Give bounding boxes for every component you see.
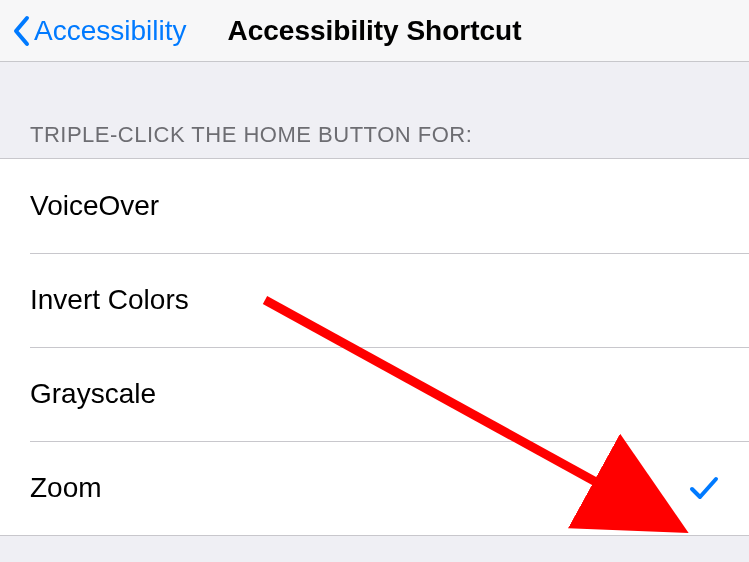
back-button[interactable]: Accessibility <box>12 15 186 47</box>
back-label: Accessibility <box>34 15 186 47</box>
option-zoom[interactable]: Zoom <box>0 441 749 535</box>
option-label: VoiceOver <box>30 190 159 222</box>
checkmark-icon <box>689 476 719 500</box>
nav-bar: Accessibility Accessibility Shortcut <box>0 0 749 62</box>
option-invert-colors[interactable]: Invert Colors <box>0 253 749 347</box>
chevron-left-icon <box>12 15 30 47</box>
section-header: Triple-click the home button for: <box>0 62 749 158</box>
option-label: Zoom <box>30 472 102 504</box>
option-grayscale[interactable]: Grayscale <box>0 347 749 441</box>
option-voiceover[interactable]: VoiceOver <box>0 159 749 253</box>
page-title: Accessibility Shortcut <box>227 15 521 47</box>
shortcut-options-list: VoiceOver Invert Colors Grayscale Zoom <box>0 158 749 536</box>
option-label: Invert Colors <box>30 284 189 316</box>
option-label: Grayscale <box>30 378 156 410</box>
